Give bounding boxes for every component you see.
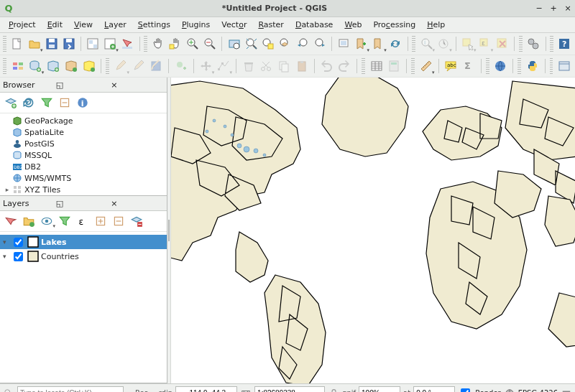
toolbar-handle[interactable] [550,58,553,74]
menu-processing[interactable]: Processing [367,19,421,31]
zoom-native-button[interactable] [226,34,242,53]
save-project-button[interactable] [44,34,59,53]
new-shapefile-button[interactable] [45,57,61,75]
toolbar-handle[interactable] [106,58,109,74]
scale-input[interactable] [254,386,325,392]
select-by-value-button[interactable]: ε▾ [477,34,492,53]
maximize-button[interactable]: + [547,2,560,15]
magnifier-input[interactable] [359,386,400,392]
filter-expression-button[interactable]: ε [75,213,91,229]
no-action-button[interactable] [556,57,572,75]
menu-edit[interactable]: Edit [42,19,68,31]
paste-features-button[interactable] [294,57,310,75]
new-project-button[interactable] [10,34,25,53]
open-project-button[interactable]: ▾ [27,34,42,53]
measure-button[interactable]: ▾ [418,57,434,75]
toolbar-handle[interactable] [144,36,147,52]
toolbar-handle[interactable] [411,58,415,74]
manage-visibility-button[interactable]: ▾ [39,213,55,229]
layer-styling-button[interactable] [3,213,19,229]
zoom-selection-button[interactable] [261,34,276,53]
expand-all-button[interactable] [93,213,109,229]
layer-item[interactable]: ▾Countries [0,249,167,263]
toolbox-button[interactable] [526,34,541,53]
zoom-in-button[interactable] [185,34,201,53]
properties-widget-button[interactable]: i [75,95,91,111]
render-checkbox[interactable] [461,388,470,392]
toolbar-handle[interactable] [362,58,365,74]
expand-icon[interactable]: ▾ [3,253,12,260]
new-spatialite-button[interactable] [63,57,79,75]
browser-item[interactable]: SpatiaLite [0,126,167,138]
browser-item[interactable]: PostGIS [0,138,167,149]
close-button[interactable]: × [561,2,574,15]
locator-input[interactable] [17,386,124,392]
save-project-as-button[interactable] [61,34,76,53]
zoom-layer-button[interactable] [278,34,293,53]
browser-item[interactable]: DB2DB2 [0,161,167,172]
filter-legend-button[interactable] [57,213,73,229]
pan-to-selection-button[interactable] [168,34,183,53]
toolbar-handle[interactable] [486,58,489,74]
new-virtual-layer-button[interactable] [81,57,97,75]
close-panel-icon[interactable]: × [111,80,164,89]
undock-icon[interactable]: ◱ [56,199,109,207]
menu-view[interactable]: View [68,19,98,31]
add-layer-button[interactable] [3,95,19,111]
close-panel-icon[interactable]: × [111,199,164,207]
open-attribute-table-button[interactable] [369,57,385,75]
menu-web[interactable]: Web [339,19,367,31]
collapse-all-button[interactable] [57,95,73,111]
layer-item[interactable]: ▾Lakes [0,235,167,249]
new-geopackage-button[interactable]: ▾ [28,57,44,75]
new-map-view-button[interactable] [336,34,351,53]
menu-settings[interactable]: Settings [132,19,176,31]
identify-button[interactable]: i▾ [419,34,434,53]
browser-item[interactable]: WMS/WMTS [0,172,167,184]
move-feature-button[interactable]: ▾ [198,57,214,75]
refresh-browser-button[interactable] [21,95,37,111]
data-source-manager-button[interactable] [10,57,26,75]
new-layout-button[interactable]: ▾ [103,34,118,53]
zoom-next-button[interactable] [313,34,328,53]
redo-button[interactable] [336,57,352,75]
cut-features-button[interactable] [259,57,275,75]
statistical-summary-button[interactable]: Σ [461,57,477,75]
python-console-button[interactable] [525,57,540,75]
layers-tree[interactable]: ▾Lakes▾Countries [0,232,167,383]
layer-visibility-checkbox[interactable] [14,252,23,261]
copy-features-button[interactable] [276,57,292,75]
deselect-button[interactable] [494,34,510,53]
maptips-button[interactable]: abc [443,57,459,75]
field-calculator-button[interactable] [386,57,402,75]
toolbar-handle[interactable] [550,36,553,52]
action-button[interactable]: ▾ [436,34,451,53]
browser-item[interactable]: ▸XYZ Tiles [0,184,167,195]
toolbar-handle[interactable] [3,58,6,74]
new-bookmark-button[interactable]: ▾ [354,34,369,53]
rotation-input[interactable] [413,386,455,392]
browser-item[interactable]: GeoPackage [0,115,167,126]
map-canvas[interactable] [171,78,575,383]
zoom-out-button[interactable] [203,34,218,53]
messages-icon[interactable] [561,388,572,393]
delete-selected-button[interactable] [241,57,257,75]
browser-panel-title[interactable]: Browser ◱ × [0,78,167,93]
minimize-button[interactable]: − [533,2,546,15]
extents-icon[interactable] [240,388,252,393]
filter-browser-button[interactable] [39,95,55,111]
menu-plugins[interactable]: Plugins [176,19,216,31]
remove-layer-button[interactable] [129,213,144,229]
toolbar-handle[interactable] [412,36,415,52]
menu-project[interactable]: Project [3,19,42,31]
add-feature-button[interactable] [173,57,189,75]
layers-panel-title[interactable]: Layers ◱ × [0,196,167,211]
toolbar-handle[interactable] [518,58,521,74]
show-bookmarks-button[interactable]: ▾ [371,34,386,53]
toolbar-handle[interactable] [3,36,6,52]
undock-icon[interactable]: ◱ [56,80,109,89]
menu-database[interactable]: Database [290,19,339,31]
menu-layer[interactable]: Layer [98,19,132,31]
lock-icon[interactable] [328,388,339,393]
layer-visibility-checkbox[interactable] [14,238,23,247]
